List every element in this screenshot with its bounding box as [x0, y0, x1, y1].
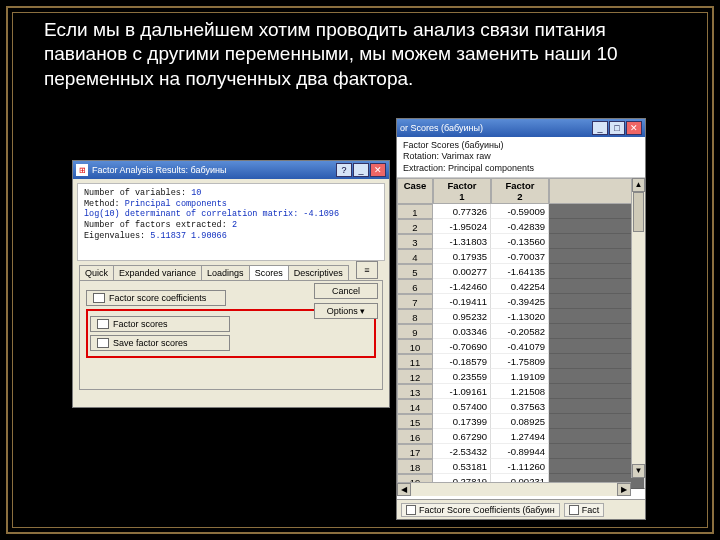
tab-scores[interactable]: Scores: [249, 265, 289, 280]
scroll-thumb[interactable]: [633, 192, 644, 232]
dialog2-titlebar[interactable]: or Scores (бабуины) _ □ ✕: [397, 119, 645, 137]
close-button[interactable]: ✕: [626, 121, 642, 135]
col-header-factor1[interactable]: Factor1: [433, 178, 491, 204]
row-header[interactable]: 5: [397, 264, 433, 279]
cell-f2[interactable]: -0.39425: [491, 294, 549, 309]
tab-quick[interactable]: Quick: [79, 265, 114, 280]
save-factor-scores-button[interactable]: Save factor scores: [90, 335, 230, 351]
cell-f1[interactable]: 0.53181: [433, 459, 491, 474]
scroll-right-icon[interactable]: ▶: [617, 483, 631, 496]
factor-score-coef-button[interactable]: Factor score coefficients: [86, 290, 226, 306]
row-header[interactable]: 10: [397, 339, 433, 354]
cell-f2[interactable]: -0.59009: [491, 204, 549, 219]
cell-f2[interactable]: -0.89944: [491, 444, 549, 459]
cell-f1[interactable]: -2.53432: [433, 444, 491, 459]
cell-f2[interactable]: 0.37563: [491, 399, 549, 414]
statusbar: Factor Score Coefficients (бабуин Fact: [397, 499, 645, 519]
cell-f1[interactable]: -1.09161: [433, 384, 491, 399]
horizontal-scrollbar[interactable]: ◀ ▶: [397, 482, 631, 496]
app-icon: ⊞: [76, 164, 88, 176]
factor-scores-window: or Scores (бабуины) _ □ ✕ Factor Scores …: [396, 118, 646, 520]
row-header[interactable]: 1: [397, 204, 433, 219]
cell-f1[interactable]: 0.77326: [433, 204, 491, 219]
dialog1-titlebar[interactable]: ⊞ Factor Analysis Results: бабуины ? _ ✕: [73, 161, 389, 179]
maximize-button[interactable]: □: [609, 121, 625, 135]
cell-f1[interactable]: -0.70690: [433, 339, 491, 354]
grid-icon: [93, 293, 105, 303]
cell-f2[interactable]: 0.08925: [491, 414, 549, 429]
cell-f1[interactable]: -0.19411: [433, 294, 491, 309]
minimize-button[interactable]: _: [353, 163, 369, 177]
tab-loadings[interactable]: Loadings: [201, 265, 250, 280]
row-header[interactable]: 18: [397, 459, 433, 474]
cell-f2[interactable]: -0.20582: [491, 324, 549, 339]
status-coef-tab[interactable]: Factor Score Coefficients (бабуин: [401, 503, 560, 517]
factor-analysis-dialog: ⊞ Factor Analysis Results: бабуины ? _ ✕…: [72, 160, 390, 408]
row-header[interactable]: 6: [397, 279, 433, 294]
cell-f2[interactable]: 0.42254: [491, 279, 549, 294]
row-header[interactable]: 8: [397, 309, 433, 324]
factor-scores-button[interactable]: Factor scores: [90, 316, 230, 332]
cell-f1[interactable]: 0.17399: [433, 414, 491, 429]
row-header[interactable]: 9: [397, 324, 433, 339]
tab-expanded-variance[interactable]: Expanded variance: [113, 265, 202, 280]
row-header[interactable]: 16: [397, 429, 433, 444]
slide-text: Если мы в дальнейшем хотим проводить ана…: [44, 18, 690, 91]
row-header[interactable]: 4: [397, 249, 433, 264]
summary-button[interactable]: ≡: [356, 261, 378, 279]
scroll-down-icon[interactable]: ▼: [632, 464, 645, 478]
row-header[interactable]: 13: [397, 384, 433, 399]
row-header[interactable]: 2: [397, 219, 433, 234]
cell-f1[interactable]: 0.03346: [433, 324, 491, 339]
row-header[interactable]: 12: [397, 369, 433, 384]
cell-f2[interactable]: -1.11260: [491, 459, 549, 474]
dialog1-info: Number of variables: 10 Method: Principa…: [77, 183, 385, 261]
scroll-up-icon[interactable]: ▲: [632, 178, 645, 192]
cell-f1[interactable]: -0.18579: [433, 354, 491, 369]
cell-f1[interactable]: 0.57400: [433, 399, 491, 414]
status-fac-tab[interactable]: Fact: [564, 503, 605, 517]
scores-grid: CaseFactor1Factor210.77326-0.590092-1.95…: [397, 178, 645, 496]
cell-f1[interactable]: 0.00277: [433, 264, 491, 279]
cell-f2[interactable]: -0.13560: [491, 234, 549, 249]
sheet-icon: [406, 505, 416, 515]
cell-f1[interactable]: -1.42460: [433, 279, 491, 294]
row-header[interactable]: 11: [397, 354, 433, 369]
tab-panel-scores: ≡ Cancel Options ▾ Factor score coeffici…: [79, 280, 383, 390]
save-icon: [97, 338, 109, 348]
cell-f1[interactable]: 0.95232: [433, 309, 491, 324]
cell-f1[interactable]: 0.67290: [433, 429, 491, 444]
row-header[interactable]: 3: [397, 234, 433, 249]
cell-f2[interactable]: -0.42839: [491, 219, 549, 234]
sheet-icon: [569, 505, 579, 515]
cancel-button[interactable]: Cancel: [314, 283, 378, 299]
scroll-left-icon[interactable]: ◀: [397, 483, 411, 496]
cell-f2[interactable]: 1.19109: [491, 369, 549, 384]
dialog2-title: or Scores (бабуины): [400, 123, 483, 133]
close-button[interactable]: ✕: [370, 163, 386, 177]
cell-f2[interactable]: 1.27494: [491, 429, 549, 444]
minimize-button[interactable]: _: [592, 121, 608, 135]
col-header-case[interactable]: Case: [397, 178, 433, 204]
col-header-factor2[interactable]: Factor2: [491, 178, 549, 204]
cell-f2[interactable]: -1.75809: [491, 354, 549, 369]
cell-f2[interactable]: -0.70037: [491, 249, 549, 264]
dialog2-header: Factor Scores (бабуины) Rotation: Varima…: [397, 137, 645, 178]
vertical-scrollbar[interactable]: ▲ ▼: [631, 178, 645, 478]
cell-f1[interactable]: 0.17935: [433, 249, 491, 264]
help-button[interactable]: ?: [336, 163, 352, 177]
cell-f1[interactable]: -1.31803: [433, 234, 491, 249]
dialog1-title: Factor Analysis Results: бабуины: [92, 165, 226, 175]
row-header[interactable]: 17: [397, 444, 433, 459]
row-header[interactable]: 15: [397, 414, 433, 429]
grid-icon: [97, 319, 109, 329]
row-header[interactable]: 14: [397, 399, 433, 414]
cell-f2[interactable]: -0.41079: [491, 339, 549, 354]
cell-f1[interactable]: -1.95024: [433, 219, 491, 234]
cell-f2[interactable]: 1.21508: [491, 384, 549, 399]
cell-f2[interactable]: -1.64135: [491, 264, 549, 279]
cell-f1[interactable]: 0.23559: [433, 369, 491, 384]
cell-f2[interactable]: -1.13020: [491, 309, 549, 324]
row-header[interactable]: 7: [397, 294, 433, 309]
options-button[interactable]: Options ▾: [314, 303, 378, 319]
